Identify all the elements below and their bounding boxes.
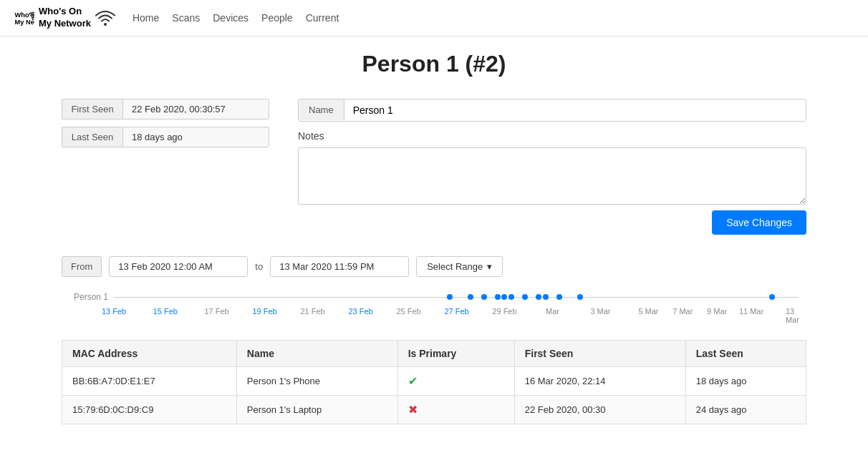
date-label: 17 Feb	[204, 307, 228, 316]
col-is-primary: Is Primary	[397, 340, 514, 366]
notes-textarea[interactable]	[298, 147, 806, 205]
timeline-dot	[501, 294, 507, 300]
timeline-dot	[468, 294, 473, 300]
to-date-input[interactable]	[270, 256, 409, 277]
timeline-line-container	[114, 290, 799, 304]
navbar: Who's On My Network Who's On My Network …	[0, 0, 868, 36]
x-icon: ✖	[408, 404, 418, 416]
brand-logo[interactable]: Who's On My Network Who's On My Network	[14, 6, 115, 30]
table-header-row: MAC Address Name Is Primary First Seen L…	[62, 340, 806, 366]
table-body: BB:6B:A7:0D:E1:E7Person 1's Phone✔16 Mar…	[62, 366, 806, 424]
last-seen-label: Last Seen	[62, 127, 122, 147]
timeline-dot	[508, 294, 514, 300]
cell-last-seen: 24 days ago	[685, 395, 806, 424]
brand-text: Who's On My Network	[39, 6, 91, 30]
left-info-panel: First Seen 22 Feb 2020, 00:30:57 Last Se…	[62, 99, 269, 235]
cell-mac: BB:6B:A7:0D:E1:E7	[62, 366, 237, 395]
timeline-dot	[536, 294, 541, 300]
date-label: 23 Feb	[348, 307, 372, 316]
timeline-dot	[769, 294, 775, 300]
devices-table: MAC Address Name Is Primary First Seen L…	[62, 340, 806, 424]
col-name: Name	[236, 340, 397, 366]
timeline-dot	[495, 294, 501, 300]
timeline-dot	[556, 294, 562, 300]
date-label: 11 Mar	[739, 307, 763, 316]
col-last-seen: Last Seen	[685, 340, 806, 366]
table-row: BB:6B:A7:0D:E1:E7Person 1's Phone✔16 Mar…	[62, 366, 806, 395]
to-text: to	[255, 261, 263, 272]
table-row: 15:79:6D:0C:D9:C9Person 1's Laptop✖22 Fe…	[62, 395, 806, 424]
from-date-input[interactable]	[109, 256, 248, 277]
from-label: From	[62, 256, 102, 277]
date-label: 25 Feb	[396, 307, 420, 316]
name-input[interactable]	[344, 99, 806, 121]
date-label: 21 Feb	[300, 307, 324, 316]
timeline-section: Person 1 13 Feb15 Feb17 Feb19 Feb21 Feb2…	[62, 290, 806, 318]
first-seen-row: First Seen 22 Feb 2020, 00:30:57	[62, 99, 269, 120]
nav-current-link[interactable]: Current	[306, 12, 339, 24]
timeline-dot	[481, 294, 487, 300]
nav-home[interactable]: Home	[132, 12, 159, 24]
page-title: Person 1 (#2)	[62, 51, 806, 77]
timeline-person-label: Person 1	[69, 292, 108, 302]
nav-current[interactable]: Current	[306, 12, 339, 24]
nav-people-link[interactable]: People	[261, 12, 293, 24]
cell-first-seen: 22 Feb 2020, 00:30	[514, 395, 685, 424]
first-seen-label: First Seen	[62, 99, 122, 120]
svg-point-3	[104, 23, 107, 26]
top-section: First Seen 22 Feb 2020, 00:30:57 Last Se…	[62, 99, 806, 235]
date-label: 13 Mar	[786, 307, 799, 324]
col-mac-address: MAC Address	[62, 340, 237, 366]
date-label: 9 Mar	[707, 307, 727, 316]
wifi-signal-icon	[95, 10, 115, 26]
chevron-down-icon: ▾	[487, 261, 492, 272]
first-seen-value: 22 Feb 2020, 00:30:57	[122, 99, 269, 120]
cell-last-seen: 18 days ago	[685, 366, 806, 395]
col-first-seen: First Seen	[514, 340, 685, 366]
nav-devices-link[interactable]: Devices	[213, 12, 249, 24]
date-label: 3 Mar	[590, 307, 610, 316]
date-label: Mar	[546, 307, 559, 316]
timeline-dot	[522, 294, 528, 300]
right-form-panel: Name Notes Save Changes	[298, 99, 806, 235]
timeline-date-labels: 13 Feb15 Feb17 Feb19 Feb21 Feb23 Feb25 F…	[114, 307, 799, 318]
date-label: 27 Feb	[444, 307, 468, 316]
save-changes-button[interactable]: Save Changes	[712, 210, 806, 235]
check-icon: ✔	[408, 375, 418, 387]
select-range-label: Select Range	[427, 261, 483, 272]
cell-mac: 15:79:6D:0C:D9:C9	[62, 395, 237, 424]
name-row: Name	[298, 99, 806, 122]
nav-scans-link[interactable]: Scans	[172, 12, 200, 24]
notes-label: Notes	[298, 130, 806, 142]
date-label: 19 Feb	[252, 307, 276, 316]
main-content: Person 1 (#2) First Seen 22 Feb 2020, 00…	[40, 36, 828, 439]
svg-point-2	[32, 18, 34, 20]
nav-devices[interactable]: Devices	[213, 12, 249, 24]
name-label: Name	[299, 99, 344, 120]
timeline-row: Person 1	[69, 290, 799, 304]
select-range-button[interactable]: Select Range ▾	[416, 256, 503, 277]
timeline-dots	[114, 290, 799, 304]
date-label: 29 Feb	[492, 307, 516, 316]
table-header: MAC Address Name Is Primary First Seen L…	[62, 340, 806, 366]
last-seen-row: Last Seen 18 days ago	[62, 127, 269, 147]
date-label: 15 Feb	[153, 307, 178, 316]
timeline-dot	[447, 294, 453, 300]
cell-first-seen: 16 Mar 2020, 22:14	[514, 366, 685, 395]
cell-is-primary: ✔	[397, 366, 514, 395]
nav-people[interactable]: People	[261, 12, 293, 24]
timeline-dot	[577, 294, 583, 300]
cell-name: Person 1's Laptop	[236, 395, 397, 424]
svg-text:My Network: My Network	[14, 19, 34, 26]
cell-name: Person 1's Phone	[236, 366, 397, 395]
last-seen-value: 18 days ago	[122, 127, 269, 147]
nav-links: Home Scans Devices People Current	[132, 12, 339, 24]
date-label: 7 Mar	[672, 307, 693, 316]
wifi-icon: Who's On My Network	[14, 10, 34, 26]
date-range-section: From to Select Range ▾	[62, 256, 806, 277]
date-label: 5 Mar	[638, 307, 658, 316]
date-label: 13 Feb	[102, 307, 126, 316]
nav-scans[interactable]: Scans	[172, 12, 200, 24]
timeline-dot	[543, 294, 549, 300]
nav-home-link[interactable]: Home	[132, 12, 159, 24]
